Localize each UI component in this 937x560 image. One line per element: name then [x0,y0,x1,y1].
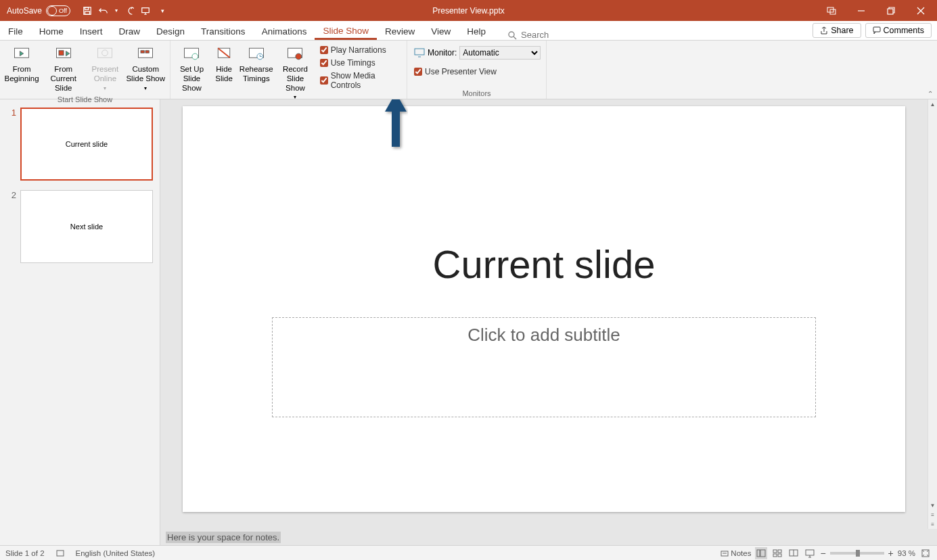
title-bar: AutoSave Off ▾ ▾ Presenter View.pptx [0,0,937,21]
qat-customize-icon[interactable]: ▾ [161,7,164,14]
tab-design[interactable]: Design [148,23,193,40]
present-online-button[interactable]: Present Online▾ [87,43,122,91]
svg-rect-21 [141,51,144,53]
svg-point-10 [509,32,514,37]
thumb-number: 1 [7,108,16,181]
tab-view[interactable]: View [423,23,459,40]
ribbon-tabs: File Home Insert Draw Design Transitions… [0,21,937,41]
next-slide-icon[interactable]: ≡ [928,519,937,529]
svg-rect-39 [778,550,781,553]
rehearse-timings-button[interactable]: Rehearse Timings [239,43,273,84]
from-beginning-button[interactable]: From Beginning [4,43,39,84]
scroll-up-icon[interactable]: ▲ [928,99,937,109]
workspace: 1 Current slide 2 Next slide Current sli… [0,99,937,545]
thumb-number: 2 [7,190,16,263]
autosave-toggle[interactable]: AutoSave Off [7,5,70,16]
group-label-monitors: Monitors [407,89,546,99]
use-presenter-view-checkbox[interactable]: Use Presenter View [414,66,541,77]
play-narrations-checkbox[interactable]: Play Narrations [320,45,400,55]
slide-thumbnails-panel[interactable]: 1 Current slide 2 Next slide [0,99,160,545]
custom-slide-show-button[interactable]: Custom Slide Show▾ [125,43,166,91]
from-current-slide-button[interactable]: From Current Slide [42,43,85,93]
svg-rect-40 [773,554,777,557]
record-slide-show-button[interactable]: Record Slide Show▾ [276,43,314,101]
svg-marker-32 [385,99,407,147]
svg-rect-38 [773,550,777,553]
prev-slide-icon[interactable]: ≡ [928,510,937,519]
normal-view-icon[interactable] [755,547,767,559]
minimize-icon[interactable] [848,0,875,21]
restore-icon[interactable] [877,0,905,21]
tab-help[interactable]: Help [459,23,494,40]
svg-rect-41 [778,554,781,557]
show-media-controls-checkbox[interactable]: Show Media Controls [320,70,400,91]
zoom-level[interactable]: 93 % [898,549,915,557]
reading-view-icon[interactable] [787,547,800,559]
save-icon[interactable] [83,6,92,16]
tab-file[interactable]: File [0,23,31,40]
zoom-slider[interactable] [830,552,884,555]
share-button[interactable]: Share [813,23,861,38]
notes-placeholder-text[interactable]: Here is your space for notes. [166,532,281,543]
tab-insert[interactable]: Insert [72,23,111,40]
slideshow-view-icon[interactable] [804,547,816,559]
svg-rect-33 [57,551,64,556]
search-icon [507,30,517,40]
close-icon[interactable] [907,0,934,21]
tab-draw[interactable]: Draw [111,23,149,40]
svg-rect-36 [757,550,760,557]
svg-rect-31 [415,49,424,55]
slide-editor[interactable]: Current slide Click to add subtitle [183,106,905,512]
fit-to-window-icon[interactable] [919,547,932,559]
present-icon[interactable] [141,6,150,16]
redo-icon[interactable] [124,6,134,16]
vertical-scrollbar[interactable]: ▲ ▼ ≡ ≡ [928,99,937,529]
svg-rect-22 [145,51,149,53]
callout-arrow-icon [384,99,408,152]
collapse-ribbon-icon[interactable]: ⌃ [928,90,933,97]
svg-rect-12 [873,27,880,32]
slide-thumbnail-2[interactable]: Next slide [20,190,153,263]
scroll-down-icon[interactable]: ▼ [928,500,937,510]
hide-slide-button[interactable]: Hide Slide [212,43,236,84]
status-bar: Slide 1 of 2 English (United States) Not… [0,545,937,560]
zoom-out-icon[interactable]: − [820,548,825,559]
notes-pane[interactable]: Here is your space for notes. [160,529,937,545]
group-label-start: Start Slide Show [0,95,170,105]
undo-icon[interactable] [99,6,108,16]
svg-rect-2 [85,11,90,14]
accessibility-icon[interactable] [54,547,66,559]
search-box[interactable] [507,30,602,40]
set-up-slide-show-button[interactable]: Set Up Slide Show [175,43,209,93]
autosave-label: AutoSave [7,6,42,16]
slide-thumbnail-1[interactable]: Current slide [20,108,153,181]
toggle-switch[interactable]: Off [46,5,70,16]
search-input[interactable] [521,30,602,40]
svg-point-19 [102,50,108,56]
tab-home[interactable]: Home [31,23,72,40]
slide-canvas-area[interactable]: Current slide Click to add subtitle [160,99,928,529]
svg-rect-37 [760,550,765,557]
tab-review[interactable]: Review [377,23,423,40]
use-timings-checkbox[interactable]: Use Timings [320,57,400,68]
comment-icon [873,26,881,34]
zoom-in-icon[interactable]: + [888,548,894,559]
language-status[interactable]: English (United States) [76,549,156,557]
comments-button[interactable]: Comments [865,23,932,38]
slide-title-text[interactable]: Current slide [183,241,905,287]
slide-sorter-view-icon[interactable] [771,547,783,559]
slide-count: Slide 1 of 2 [5,549,45,557]
monitor-select[interactable]: Automatic [459,46,541,60]
svg-point-30 [296,53,302,60]
svg-rect-18 [98,48,112,57]
tab-slide-show[interactable]: Slide Show [315,22,377,40]
undo-dropdown-icon[interactable]: ▾ [115,7,118,14]
tab-animations[interactable]: Animations [254,23,315,40]
svg-rect-44 [806,550,814,555]
display-options-icon[interactable] [818,0,845,21]
share-icon [820,26,828,34]
notes-toggle[interactable]: Notes [721,549,751,557]
slide-subtitle-placeholder[interactable]: Click to add subtitle [272,317,816,417]
svg-rect-1 [85,7,89,9]
tab-transitions[interactable]: Transitions [193,23,254,40]
